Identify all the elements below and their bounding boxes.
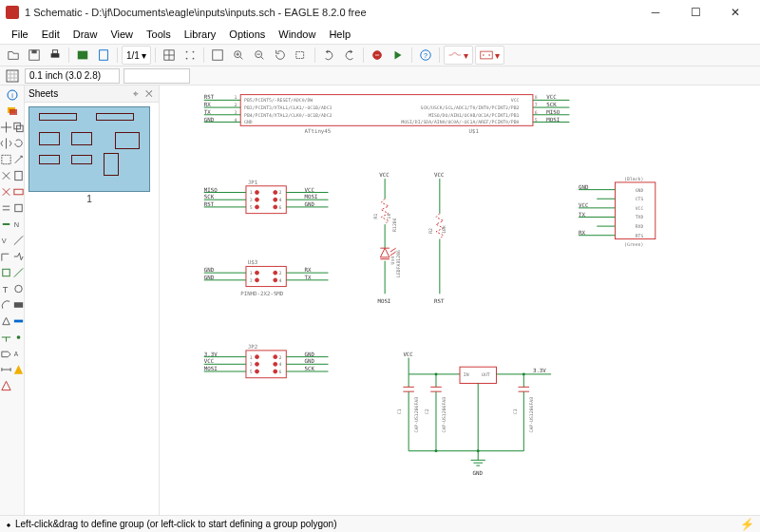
svg-point-49 xyxy=(256,271,259,275)
pinswap-tool-icon[interactable] xyxy=(0,200,12,216)
maximize-button[interactable]: ☐ xyxy=(676,2,714,23)
delete-tool-icon[interactable] xyxy=(0,184,12,200)
wire-tool-icon[interactable] xyxy=(12,265,25,280)
errors-tool-icon[interactable] xyxy=(0,378,12,393)
svg-point-58 xyxy=(256,370,259,373)
info-tool-icon[interactable]: i xyxy=(2,87,23,103)
rotate-tool-icon[interactable] xyxy=(12,136,25,151)
net-label: GND xyxy=(305,358,315,364)
app-icon xyxy=(6,6,19,19)
svg-point-47 xyxy=(274,205,277,209)
gateswap-tool-icon[interactable] xyxy=(12,200,25,216)
svg-point-20 xyxy=(488,54,490,56)
pin-num: 5 xyxy=(250,205,253,210)
bus-tool-icon[interactable] xyxy=(12,314,25,329)
pin-func: RTS xyxy=(636,234,644,238)
undo-icon[interactable] xyxy=(319,46,338,65)
value-tool-icon[interactable]: V xyxy=(0,233,12,248)
arc-tool-icon[interactable] xyxy=(0,297,12,313)
zoom-fit-icon[interactable] xyxy=(208,46,227,65)
net-label: 3.3V xyxy=(533,368,546,373)
open-icon[interactable] xyxy=(4,46,23,65)
redraw-icon[interactable] xyxy=(271,46,290,65)
paste-tool-icon[interactable] xyxy=(12,168,25,183)
grid2-icon[interactable] xyxy=(180,46,200,65)
erc-tool-icon[interactable] xyxy=(12,362,25,377)
dimension-tool-icon[interactable] xyxy=(0,362,12,377)
menu-window[interactable]: Window xyxy=(273,27,321,42)
label-tool-icon[interactable] xyxy=(0,346,12,361)
smash-tool-icon[interactable] xyxy=(12,233,25,248)
menu-library[interactable]: Library xyxy=(179,27,222,42)
grid-toggle-icon[interactable] xyxy=(4,67,21,85)
coord-bar: 0.1 inch (3.0 2.8) xyxy=(0,66,760,86)
pin-num: 3 xyxy=(250,278,253,283)
change-tool-icon[interactable] xyxy=(12,152,25,167)
command-input[interactable] xyxy=(124,68,190,84)
split-tool-icon[interactable] xyxy=(12,249,25,264)
replace-tool-icon[interactable] xyxy=(0,217,12,232)
net-tool-icon[interactable] xyxy=(0,330,12,345)
net-label: MOSI xyxy=(377,298,390,304)
save-icon[interactable] xyxy=(25,46,44,65)
menu-file[interactable]: File xyxy=(6,27,34,42)
net-label: SCK xyxy=(204,194,215,200)
miter-tool-icon[interactable] xyxy=(0,249,12,264)
menu-options[interactable]: Options xyxy=(223,27,271,42)
net-class-combo[interactable]: ▾ xyxy=(444,46,473,65)
menu-edit[interactable]: Edit xyxy=(36,27,66,42)
c1-name: CAP-US1206FAB xyxy=(414,397,419,433)
svg-rect-18 xyxy=(481,51,492,59)
svg-point-52 xyxy=(274,278,277,282)
print-icon[interactable] xyxy=(46,46,65,65)
text-tool-icon[interactable]: T xyxy=(0,281,12,296)
attribute-tool-icon[interactable]: A xyxy=(12,346,25,361)
invoke-tool-icon[interactable] xyxy=(0,265,12,280)
board-icon[interactable] xyxy=(73,46,92,65)
svg-rect-15 xyxy=(374,54,379,56)
svg-rect-27 xyxy=(16,125,23,132)
menu-tools[interactable]: Tools xyxy=(141,27,177,42)
pin-func: MOSI/DI/SDA/AIN0/OC0A/-OC1A/AREF/PCINT0/… xyxy=(401,120,519,124)
redo-icon[interactable] xyxy=(340,46,359,65)
menu-view[interactable]: View xyxy=(104,27,139,42)
erc-combo[interactable]: ▾ xyxy=(475,46,504,65)
pin-func: VCC xyxy=(636,206,644,211)
net-label: MISO xyxy=(204,187,218,193)
pin-num: 7 xyxy=(535,103,538,107)
net-label: GND xyxy=(305,201,315,207)
rect-tool-icon[interactable] xyxy=(12,297,25,313)
name-tool-icon[interactable]: N xyxy=(12,217,25,232)
menu-help[interactable]: Help xyxy=(323,27,356,42)
mirror-tool-icon[interactable] xyxy=(0,136,12,151)
junction-tool-icon[interactable] xyxy=(12,330,25,345)
grid1-icon[interactable] xyxy=(160,46,179,65)
group-tool-icon[interactable] xyxy=(0,152,12,167)
cut-tool-icon[interactable] xyxy=(0,168,12,183)
circle-tool-icon[interactable] xyxy=(12,281,25,296)
sheet-thumbnail[interactable]: 1 xyxy=(28,106,150,192)
sheet-icon[interactable] xyxy=(94,46,113,65)
minimize-button[interactable]: ─ xyxy=(636,2,674,23)
polygon-tool-icon[interactable] xyxy=(0,314,12,329)
show-tool-icon[interactable] xyxy=(12,378,25,393)
zoom-window-icon[interactable] xyxy=(292,46,311,65)
svg-rect-21 xyxy=(7,70,18,82)
layers-tool-icon[interactable] xyxy=(2,104,23,119)
zoom-out-icon[interactable] xyxy=(250,46,269,65)
zoom-in-icon[interactable] xyxy=(229,46,248,65)
add-tool-icon[interactable] xyxy=(12,184,25,200)
go-icon[interactable] xyxy=(389,46,408,65)
sheets-pin-icon[interactable]: ⌖ xyxy=(133,88,141,99)
copy-tool-icon[interactable] xyxy=(12,120,25,135)
net-label: SCK xyxy=(546,102,557,107)
zoom-combo[interactable]: 1/1 ▾ xyxy=(122,46,151,65)
schematic-canvas[interactable]: ATtiny45 U$1 RST1PB5/PCINT5/-RESET/ADC0/… xyxy=(160,86,760,515)
sheets-close-icon[interactable]: ✕ xyxy=(145,88,155,99)
help-icon[interactable]: ? xyxy=(416,46,435,65)
stop-icon[interactable] xyxy=(368,46,387,65)
menu-draw[interactable]: Draw xyxy=(67,27,104,42)
move-tool-icon[interactable] xyxy=(0,120,12,135)
close-button[interactable]: ✕ xyxy=(716,2,754,23)
ic-ref: U$1 xyxy=(469,128,480,134)
